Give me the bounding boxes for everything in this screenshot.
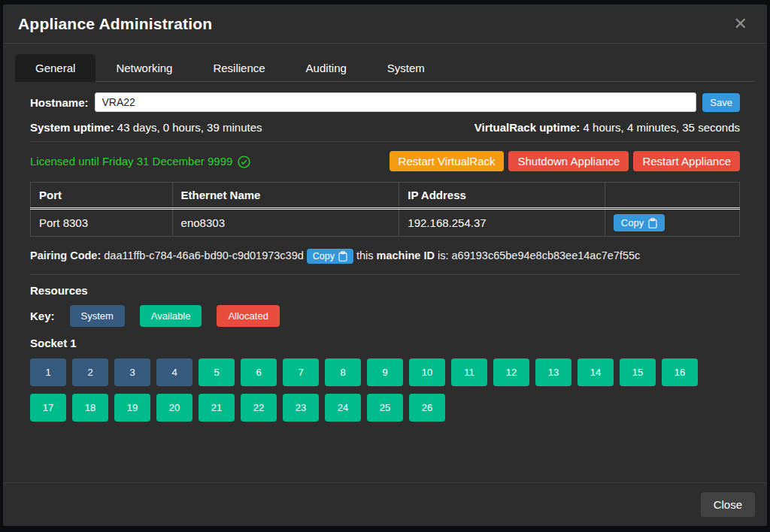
modal-backdrop: Appliance Administration ✕ GeneralNetwor…	[0, 0, 770, 532]
system-uptime-label: System uptime:	[30, 121, 114, 134]
core-21-available[interactable]: 21	[199, 394, 235, 422]
legend-badge-system: System	[70, 305, 125, 327]
appliance-actions: Restart VirtualRack Shutdown Appliance R…	[390, 151, 740, 171]
core-15-available[interactable]: 15	[620, 358, 656, 386]
close-icon[interactable]: ✕	[729, 14, 752, 34]
machine-id-text-1: this	[356, 249, 377, 261]
socket-core-grid: 1234567891011121314151617181920212223242…	[30, 358, 740, 422]
virtualrack-uptime: VirtualRack uptime: 4 hours, 4 minutes, …	[474, 121, 740, 134]
key-label: Key:	[30, 310, 55, 322]
table-body: Port 8303eno8303192.168.254.37Copy	[31, 209, 740, 237]
table-cell-actions: Copy	[605, 209, 739, 237]
shutdown-appliance-button[interactable]: Shutdown Appliance	[508, 151, 629, 171]
table-header: PortEthernet NameIP Address	[31, 183, 740, 209]
resources-heading: Resources	[30, 284, 740, 297]
dialog-title: Appliance Administration	[18, 15, 212, 33]
core-13-available[interactable]: 13	[535, 358, 571, 386]
core-16-available[interactable]: 16	[662, 358, 698, 386]
close-button[interactable]: Close	[701, 492, 755, 517]
table-cell: eno8303	[172, 209, 399, 237]
tab-resilience[interactable]: Resilience	[192, 54, 285, 82]
machine-id-value: a69193c65be94e8cb83ee14ac7e7f55c	[452, 249, 641, 261]
core-9-available[interactable]: 9	[367, 358, 403, 386]
dialog-header: Appliance Administration ✕	[3, 5, 767, 44]
virtualrack-uptime-label: VirtualRack uptime:	[474, 121, 581, 134]
core-26-available[interactable]: 26	[409, 394, 445, 422]
core-4-system[interactable]: 4	[156, 358, 192, 386]
core-7-available[interactable]: 7	[283, 358, 319, 386]
core-20-available[interactable]: 20	[156, 394, 192, 422]
legend-badge-available: Available	[140, 305, 202, 327]
system-uptime-value: 43 days, 0 hours, 39 minutes	[114, 121, 262, 134]
legend-badges: SystemAvailableAllocated	[70, 305, 280, 327]
table-cell: 192.168.254.37	[399, 209, 605, 237]
system-uptime: System uptime: 43 days, 0 hours, 39 minu…	[30, 121, 262, 134]
core-19-available[interactable]: 19	[114, 394, 150, 422]
table-header-cell: Port	[31, 183, 173, 209]
core-24-available[interactable]: 24	[325, 394, 361, 422]
core-1-system[interactable]: 1	[30, 358, 66, 386]
core-3-system[interactable]: 3	[114, 358, 150, 386]
tab-general[interactable]: General	[15, 54, 95, 82]
copy-label: Copy	[313, 251, 335, 261]
core-5-available[interactable]: 5	[199, 358, 235, 386]
pairing-code-row: Pairing Code: daa11ffb-c784-46a6-bd90-c9…	[30, 249, 740, 264]
core-23-available[interactable]: 23	[283, 394, 319, 422]
dialog-body: GeneralNetworkingResilienceAuditingSyste…	[3, 44, 767, 482]
dialog-footer: Close	[3, 482, 767, 526]
core-8-available[interactable]: 8	[325, 358, 361, 386]
table-header-cell	[605, 183, 739, 209]
core-25-available[interactable]: 25	[367, 394, 403, 422]
copy-label: Copy	[621, 217, 644, 228]
machine-id-label: machine ID	[377, 249, 435, 261]
machine-id-text-2: is:	[435, 249, 452, 261]
hostname-row: Hostname: Save	[30, 92, 740, 112]
core-18-available[interactable]: 18	[72, 394, 108, 422]
core-11-available[interactable]: 11	[451, 358, 487, 386]
table-header-cell: IP Address	[399, 183, 605, 209]
hostname-label: Hostname:	[30, 96, 89, 109]
tab-networking[interactable]: Networking	[95, 54, 192, 82]
core-17-available[interactable]: 17	[30, 394, 66, 422]
pairing-code-value: daa11ffb-c784-46a6-bd90-c9d01973c39d	[101, 249, 304, 261]
core-14-available[interactable]: 14	[578, 358, 614, 386]
restart-appliance-button[interactable]: Restart Appliance	[633, 151, 740, 171]
tab-pane-general: Hostname: Save System uptime: 43 days, 0…	[15, 82, 755, 422]
license-status: Licensed until Friday 31 December 9999	[30, 155, 250, 168]
restart-virtualrack-button[interactable]: Restart VirtualRack	[390, 151, 505, 171]
divider	[30, 274, 740, 275]
socket-heading: Socket 1	[30, 337, 740, 349]
clipboard-icon	[648, 218, 657, 228]
tab-system[interactable]: System	[367, 54, 445, 82]
license-text: Licensed until Friday 31 December 9999	[30, 155, 232, 168]
core-6-available[interactable]: 6	[241, 358, 277, 386]
table-header-cell: Ethernet Name	[172, 183, 399, 209]
core-2-system[interactable]: 2	[72, 358, 108, 386]
divider	[30, 141, 740, 142]
virtualrack-uptime-value: 4 hours, 4 minutes, 35 seconds	[580, 121, 740, 134]
tab-auditing[interactable]: Auditing	[286, 54, 367, 82]
core-22-available[interactable]: 22	[241, 394, 277, 422]
table-row: Port 8303eno8303192.168.254.37Copy	[31, 209, 740, 237]
clipboard-icon	[338, 251, 347, 261]
core-10-available[interactable]: 10	[409, 358, 445, 386]
tab-bar: GeneralNetworkingResilienceAuditingSyste…	[15, 54, 755, 82]
save-button[interactable]: Save	[702, 93, 740, 112]
check-circle-icon	[238, 155, 250, 168]
network-ports-table: PortEthernet NameIP Address Port 8303eno…	[30, 182, 740, 237]
copy-ip-button[interactable]: Copy	[614, 214, 665, 231]
table-cell: Port 8303	[31, 209, 173, 237]
hostname-input[interactable]	[95, 92, 697, 112]
copy-pairing-code-button[interactable]: Copy	[307, 249, 353, 264]
pairing-code-label: Pairing Code:	[30, 249, 101, 261]
resources-key-row: Key: SystemAvailableAllocated	[30, 305, 740, 327]
license-row: Licensed until Friday 31 December 9999 R…	[30, 151, 740, 171]
uptime-row: System uptime: 43 days, 0 hours, 39 minu…	[30, 121, 740, 134]
appliance-administration-dialog: Appliance Administration ✕ GeneralNetwor…	[3, 5, 767, 526]
core-12-available[interactable]: 12	[493, 358, 529, 386]
legend-badge-allocated: Allocated	[217, 305, 279, 327]
